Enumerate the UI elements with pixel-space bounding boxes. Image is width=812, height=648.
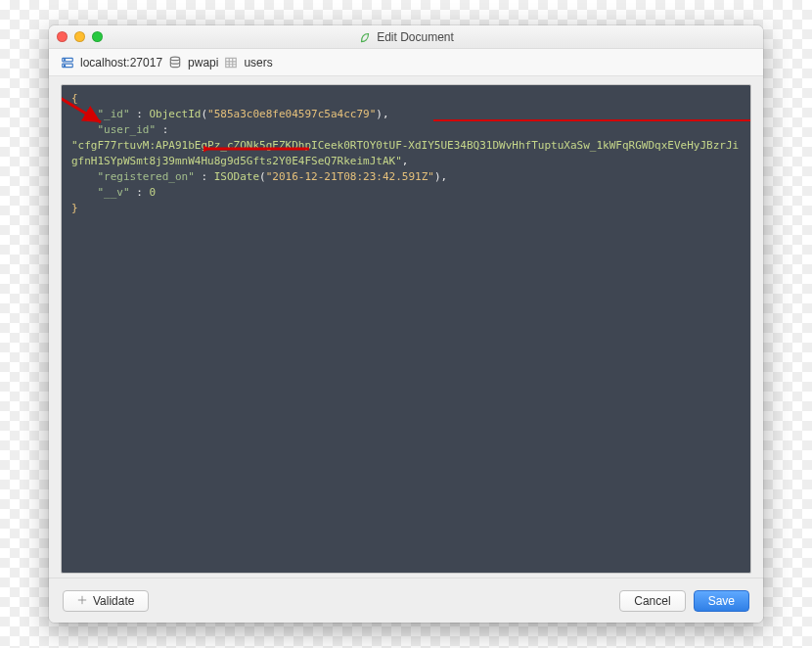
svg-rect-5 [226,58,237,67]
close-window-icon[interactable] [57,31,68,42]
breadcrumb: localhost:27017 pwapi users [49,49,763,76]
titlebar: Edit Document [49,25,763,49]
window-title: Edit Document [49,30,763,44]
maximize-window-icon[interactable] [92,31,103,42]
cancel-label: Cancel [634,594,670,608]
svg-point-3 [65,65,66,66]
svg-point-4 [170,57,179,61]
window-title-text: Edit Document [377,30,454,44]
breadcrumb-host[interactable]: localhost:27017 [80,56,162,69]
save-button[interactable]: Save [694,590,749,612]
json-code[interactable]: { "_id" : ObjectId("585a3c0e8fe04597c5a4… [62,85,750,222]
traffic-lights [57,31,103,42]
save-label: Save [708,594,735,608]
breadcrumb-database[interactable]: pwapi [188,56,218,69]
breadcrumb-collection[interactable]: users [244,56,272,69]
json-editor[interactable]: { "_id" : ObjectId("585a3c0e8fe04597c5a4… [61,84,751,574]
database-icon [168,56,182,69]
validate-button[interactable]: Validate [63,590,149,612]
validate-label: Validate [93,594,134,608]
table-icon [224,56,238,69]
validate-icon [77,594,87,608]
minimize-window-icon[interactable] [74,31,85,42]
server-icon [61,56,74,69]
edit-document-window: Edit Document localhost:27017 pwapi user… [49,25,763,623]
leaf-icon [358,30,372,44]
footer: Validate Cancel Save [49,578,763,623]
cancel-button[interactable]: Cancel [619,590,685,612]
svg-point-2 [65,59,66,60]
